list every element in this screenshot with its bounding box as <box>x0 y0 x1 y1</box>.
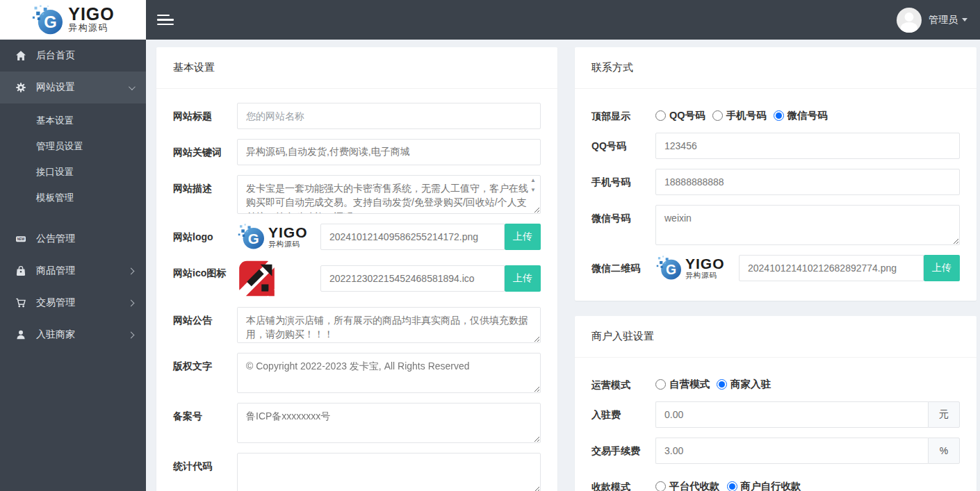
icp-number-textarea[interactable]: 鲁ICP备xxxxxxxx号 <box>237 403 541 443</box>
submenu-item-admin-settings[interactable]: 管理员设置 <box>0 133 146 159</box>
sidebar-item-trades[interactable]: 交易管理 <box>0 287 146 319</box>
field-label: 微信号码 <box>591 205 647 245</box>
field-label: 交易手续费 <box>591 438 647 464</box>
site-title-input[interactable] <box>237 103 541 129</box>
bag-icon <box>15 265 26 276</box>
phone-number-input[interactable] <box>655 169 960 195</box>
field-label: QQ号码 <box>591 133 647 159</box>
field-label: 收款模式 <box>591 474 647 491</box>
unit-addon: % <box>928 438 960 464</box>
site-ico-filename-input[interactable] <box>320 265 505 292</box>
user-name: 管理员 <box>929 14 958 26</box>
site-ico-preview <box>237 260 320 297</box>
svg-text:G: G <box>44 13 56 31</box>
radio-option-self-operated[interactable]: 自营模式 <box>655 378 710 391</box>
news-icon: NEW <box>15 233 26 244</box>
radio-option-qq[interactable]: QQ号码 <box>655 109 705 122</box>
field-label: 网站logo <box>173 224 229 250</box>
panel-merchant-settings: 商户入驻设置 运营模式 自营模式 商家入驻 入驻费 元 <box>575 316 977 491</box>
field-label: 运营模式 <box>591 372 647 392</box>
chevron-right-icon <box>128 267 135 274</box>
sidebar-item-dashboard[interactable]: 后台首页 <box>0 40 146 72</box>
panel-title: 基本设置 <box>156 47 557 89</box>
gear-icon <box>15 82 26 93</box>
sidebar: G YIGO 异构源码 后台首页 网站设置 <box>0 0 146 491</box>
avatar <box>897 8 922 33</box>
topbar: 管理员 <box>146 0 980 40</box>
menu-toggle-icon[interactable] <box>157 12 174 28</box>
radio-option-merchant-join[interactable]: 商家入驻 <box>717 378 771 391</box>
yigo-logo-icon: G <box>31 5 63 35</box>
field-label: 网站公告 <box>173 307 229 343</box>
brand-name: YIGO <box>68 6 115 23</box>
caret-down-icon <box>962 18 967 22</box>
top-display-radio-group: QQ号码 手机号码 微信号码 <box>655 103 960 123</box>
panel-contact: 联系方式 顶部显示 QQ号码 手机号码 微信号码 QQ号码 手机号码 <box>575 47 977 301</box>
operation-mode-radio-group: 自营模式 商家入驻 <box>655 372 960 392</box>
sidebar-item-label: 网站设置 <box>36 81 75 94</box>
field-label: 备案号 <box>173 403 229 443</box>
copyright-textarea[interactable]: © Copyright 2022-2023 发卡宝, All Rights Re… <box>237 353 541 393</box>
yigo-logo-icon: G <box>655 256 682 281</box>
field-label: 统计代码 <box>173 453 229 491</box>
chevron-right-icon <box>128 299 135 306</box>
sidebar-item-label: 公告管理 <box>36 233 75 245</box>
field-label: 入驻费 <box>591 401 647 428</box>
radio-option-platform-collect[interactable]: 平台代收款 <box>655 480 720 491</box>
field-label: 微信二维码 <box>591 255 647 281</box>
upload-qr-button[interactable]: 上传 <box>924 255 960 281</box>
field-label: 手机号码 <box>591 169 647 195</box>
radio-option-merchant-collect[interactable]: 商户自行收款 <box>727 480 801 491</box>
svg-text:NEW: NEW <box>17 238 25 241</box>
radio-option-phone[interactable]: 手机号码 <box>712 109 767 122</box>
main-content: 基本设置 网站标题 网站关键词 网站描述 发卡宝是一套功能强大的卡密寄售系统，无… <box>146 40 980 491</box>
field-label: 网站描述 <box>173 175 229 214</box>
sidebar-item-products[interactable]: 商品管理 <box>0 255 146 287</box>
home-icon <box>15 50 26 61</box>
radio-option-wechat[interactable]: 微信号码 <box>774 109 828 122</box>
field-label: 网站关键词 <box>173 139 229 165</box>
payment-mode-radio-group: 平台代收款 商户自行收款 <box>655 474 960 491</box>
submenu-item-template-management[interactable]: 模板管理 <box>0 185 146 210</box>
submenu-item-api-settings[interactable]: 接口设置 <box>0 159 146 185</box>
brand-logo[interactable]: G YIGO 异构源码 <box>0 0 146 40</box>
panel-title: 联系方式 <box>575 47 977 89</box>
panel-title: 商户入驻设置 <box>575 316 977 358</box>
site-settings-submenu: 基本设置 管理员设置 接口设置 模板管理 <box>0 103 146 217</box>
wechat-qr-filename-input[interactable] <box>739 255 924 281</box>
field-label: 顶部显示 <box>591 103 647 123</box>
upload-ico-button[interactable]: 上传 <box>505 265 541 292</box>
site-notice-textarea[interactable]: 本店铺为演示店铺，所有展示的商品均非真实商品，仅供填充数据用，请勿购买！！！ <box>237 307 541 343</box>
sidebar-item-announcements[interactable]: NEW 公告管理 <box>0 223 146 255</box>
cart-icon <box>15 297 26 308</box>
wechat-qr-preview: G YIGO 异构源码 <box>655 256 739 281</box>
site-description-textarea[interactable]: 发卡宝是一套功能强大的卡密寄售系统，无需人工值守，客户在线购买即可自动完成交易。… <box>237 175 541 214</box>
sidebar-item-label: 商品管理 <box>36 265 75 277</box>
sidebar-nav: 后台首页 网站设置 基本设置 管理员设置 接口设置 模板管理 NEW <box>0 40 146 351</box>
sidebar-item-site-settings[interactable]: 网站设置 <box>0 72 146 103</box>
stats-code-textarea[interactable] <box>237 453 541 491</box>
panel-basic-settings: 基本设置 网站标题 网站关键词 网站描述 发卡宝是一套功能强大的卡密寄售系统，无… <box>156 47 557 491</box>
chevron-down-icon <box>129 83 136 90</box>
submenu-item-basic-settings[interactable]: 基本设置 <box>0 108 146 133</box>
sidebar-item-label: 后台首页 <box>36 49 75 62</box>
user-menu[interactable]: 管理员 <box>897 8 967 33</box>
entry-fee-input[interactable] <box>655 401 928 428</box>
wechat-id-textarea[interactable]: weixin <box>655 205 960 245</box>
fee-rate-input[interactable] <box>655 438 928 464</box>
chevron-right-icon <box>128 331 135 338</box>
brand-subtitle: 异构源码 <box>68 23 115 34</box>
site-logo-filename-input[interactable] <box>320 224 505 250</box>
svg-text:G: G <box>248 231 259 247</box>
svg-text:G: G <box>666 262 676 277</box>
field-label: 网站标题 <box>173 103 229 129</box>
user-icon <box>15 329 26 340</box>
site-keywords-input[interactable] <box>237 139 541 165</box>
upload-logo-button[interactable]: 上传 <box>505 224 541 250</box>
unit-addon: 元 <box>928 401 960 428</box>
favicon-icon <box>237 260 277 297</box>
field-label: 网站ico图标 <box>173 260 229 297</box>
qq-number-input[interactable] <box>655 133 960 159</box>
yigo-logo-icon: G <box>237 224 265 250</box>
sidebar-item-merchants[interactable]: 入驻商家 <box>0 319 146 351</box>
